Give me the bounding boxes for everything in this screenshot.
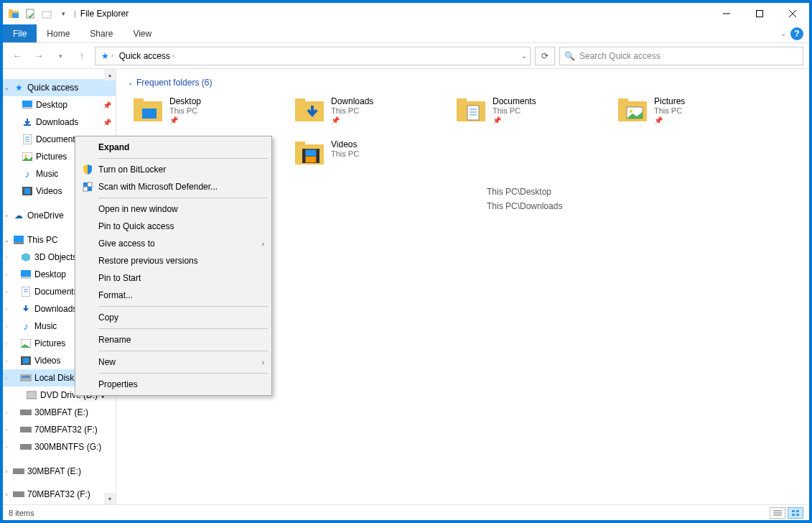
ribbon: File Home Share View ⌄ ?	[3, 24, 809, 43]
chevron-right-icon: ›	[262, 240, 264, 248]
context-menu: Expand Turn on BitLocker Scan with Micro…	[75, 136, 272, 396]
ctx-format[interactable]: Format...	[77, 287, 270, 304]
search-placeholder: Search Quick access	[579, 51, 661, 61]
tab-share[interactable]: Share	[80, 24, 123, 42]
close-button[interactable]	[776, 3, 809, 24]
recent-locations-button[interactable]: ▾	[52, 47, 69, 65]
explorer-app-icon	[7, 7, 20, 20]
search-input[interactable]: 🔍 Search Quick access	[559, 47, 803, 65]
svg-rect-68	[796, 514, 799, 516]
svg-rect-9	[22, 101, 32, 107]
tab-view[interactable]: View	[123, 24, 162, 42]
svg-rect-69	[83, 182, 88, 187]
minimize-button[interactable]	[710, 3, 743, 24]
pin-icon: 📌	[103, 119, 111, 126]
svg-rect-30	[22, 376, 30, 378]
sidebar-item-extra-e[interactable]: ›30MBFAT (E:)	[3, 463, 116, 480]
address-history-icon[interactable]: ⌄	[521, 52, 527, 60]
svg-rect-21	[21, 270, 31, 277]
maximize-button[interactable]	[743, 3, 776, 24]
ctx-properties[interactable]: Properties	[77, 376, 270, 393]
ctx-pin-quick-access[interactable]: Pin to Quick access	[77, 218, 270, 235]
sidebar-quick-access[interactable]: ⌄★Quick access	[3, 79, 116, 96]
shield-icon	[81, 163, 94, 176]
svg-rect-34	[20, 444, 32, 450]
svg-rect-1	[9, 9, 13, 11]
qat-dropdown-icon[interactable]: ▾	[57, 7, 70, 20]
ctx-give-access[interactable]: Give access to›	[77, 235, 270, 252]
ctx-restore-versions[interactable]: Restore previous versions	[77, 252, 270, 269]
address-row: ← → ▾ ↑ ★› Quick access › ⌄ ⟳ 🔍 Search Q…	[3, 43, 809, 69]
ctx-bitlocker[interactable]: Turn on BitLocker	[77, 161, 270, 178]
refresh-button[interactable]: ⟳	[535, 47, 555, 65]
svg-rect-4	[42, 11, 51, 18]
sidebar-item-drive-f[interactable]: ›70MBFAT32 (F:)	[3, 421, 116, 438]
back-button[interactable]: ←	[9, 47, 26, 65]
svg-rect-61	[306, 157, 316, 162]
forward-button[interactable]: →	[30, 47, 47, 65]
star-icon: ★	[101, 51, 109, 61]
view-details-button[interactable]	[770, 507, 785, 519]
folder-videos[interactable]: VideosThis PC	[289, 136, 451, 180]
svg-rect-36	[13, 491, 24, 497]
folder-icon	[294, 96, 325, 125]
status-text: 8 items	[9, 509, 34, 517]
folder-desktop[interactable]: DesktopThis PC📌	[128, 93, 289, 136]
svg-rect-33	[20, 427, 32, 432]
sidebar-item-drive-g[interactable]: ›300MBNTFS (G:)	[3, 438, 116, 455]
ctx-copy[interactable]: Copy	[77, 309, 270, 326]
status-bar: 8 items	[3, 504, 809, 520]
tab-home[interactable]: Home	[37, 24, 80, 42]
tab-file[interactable]: File	[3, 24, 37, 42]
svg-point-16	[24, 154, 27, 157]
ribbon-expand-icon[interactable]: ⌄	[780, 29, 786, 37]
svg-rect-58	[302, 149, 305, 163]
svg-rect-6	[757, 11, 763, 17]
svg-rect-67	[792, 514, 795, 516]
svg-rect-59	[317, 149, 319, 163]
svg-point-51	[630, 110, 633, 113]
sidebar-item-extra-f[interactable]: ›70MBFAT32 (F:)	[3, 486, 116, 503]
ctx-new[interactable]: New›	[77, 353, 270, 371]
svg-rect-65	[792, 510, 795, 512]
svg-rect-22	[21, 277, 31, 279]
svg-rect-18	[24, 188, 30, 194]
sidebar-item-downloads[interactable]: Downloads📌	[3, 114, 116, 131]
qat-new-folder-icon[interactable]	[40, 7, 53, 20]
svg-rect-44	[467, 106, 479, 120]
chevron-right-icon: ›	[262, 358, 264, 366]
scroll-down-icon[interactable]: ▾	[104, 493, 116, 504]
ctx-defender[interactable]: Scan with Microsoft Defender...	[77, 178, 270, 195]
breadcrumb-root[interactable]: Quick access	[119, 51, 170, 61]
sidebar-item-drive-e[interactable]: ›30MBFAT (E:)	[3, 404, 116, 421]
help-icon[interactable]: ?	[790, 27, 803, 40]
folder-icon	[617, 96, 648, 125]
svg-rect-70	[88, 182, 92, 187]
ctx-expand[interactable]: Expand	[77, 139, 270, 156]
folder-pictures[interactable]: PicturesThis PC📌	[612, 93, 774, 136]
svg-rect-28	[23, 358, 29, 364]
folder-downloads[interactable]: DownloadsThis PC📌	[289, 93, 451, 136]
folder-icon	[132, 96, 164, 125]
folder-icon	[294, 139, 325, 168]
title-bar: ▾ | File Explorer	[3, 3, 809, 24]
scroll-up-icon[interactable]: ▴	[104, 69, 116, 80]
address-bar[interactable]: ★› Quick access › ⌄	[95, 47, 531, 65]
explorer-window: ▾ | File Explorer File Home Share View ⌄…	[3, 3, 809, 520]
ctx-rename[interactable]: Rename	[77, 331, 270, 348]
up-button[interactable]: ↑	[73, 47, 90, 65]
svg-rect-38	[134, 98, 144, 103]
svg-rect-31	[27, 392, 37, 399]
section-header[interactable]: ⌄Frequent folders (6)	[128, 78, 809, 88]
ctx-open-new-window[interactable]: Open in new window	[77, 200, 270, 218]
ctx-pin-start[interactable]: Pin to Start	[77, 269, 270, 287]
svg-rect-41	[295, 98, 305, 103]
view-large-icons-button[interactable]	[788, 507, 803, 519]
qat-properties-icon[interactable]	[24, 7, 37, 20]
svg-rect-10	[22, 107, 32, 109]
folder-icon	[455, 96, 487, 125]
sidebar-item-desktop[interactable]: Desktop📌	[3, 96, 116, 114]
folder-documents[interactable]: DocumentsThis PC📌	[451, 93, 612, 136]
svg-rect-72	[88, 187, 92, 191]
window-title: File Explorer	[80, 9, 129, 19]
